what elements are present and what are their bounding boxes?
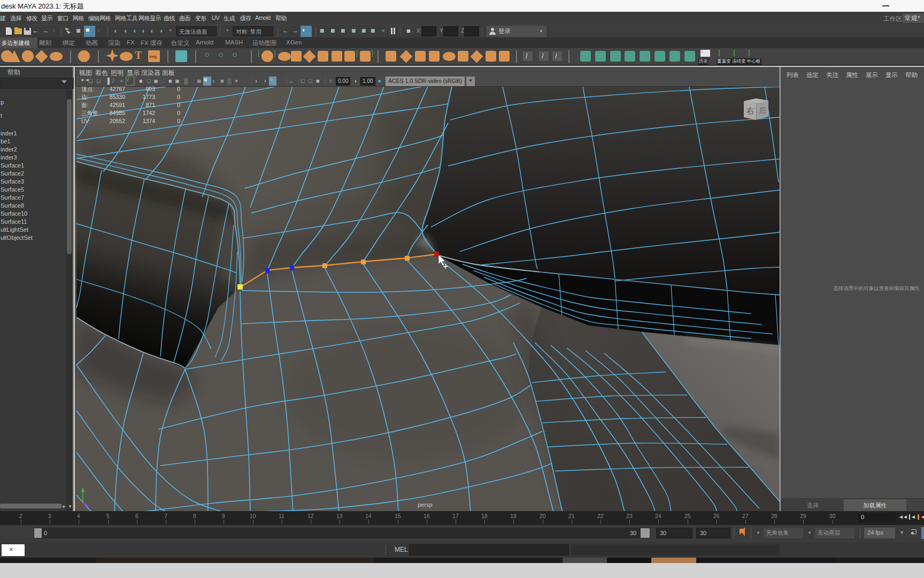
- svg-text:1742: 1742: [143, 110, 156, 116]
- svg-text:42591: 42591: [110, 102, 125, 108]
- svg-text:1773: 1773: [143, 94, 156, 100]
- svg-text:三角形:: 三角形:: [81, 110, 99, 116]
- svg-text:0: 0: [177, 110, 180, 116]
- svg-text:右: 右: [746, 106, 754, 115]
- svg-text:边:: 边:: [81, 94, 88, 100]
- svg-text:0: 0: [177, 94, 180, 100]
- svg-text:后: 后: [759, 106, 766, 115]
- svg-text:84985: 84985: [110, 110, 125, 116]
- svg-text:85330: 85330: [110, 94, 125, 100]
- svg-text:0: 0: [177, 118, 180, 124]
- svg-text:persp: persp: [418, 501, 433, 508]
- svg-text:871: 871: [145, 102, 155, 108]
- svg-text:0: 0: [177, 102, 180, 108]
- svg-text:20552: 20552: [110, 118, 125, 124]
- svg-text:UV:: UV:: [81, 118, 90, 124]
- svg-text:1374: 1374: [143, 118, 156, 124]
- svg-text:面:: 面:: [81, 102, 88, 108]
